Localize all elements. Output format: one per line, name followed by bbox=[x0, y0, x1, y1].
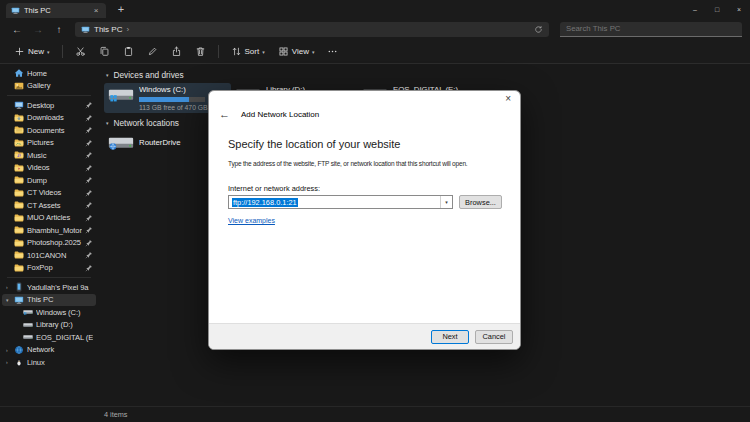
breadcrumb[interactable]: This PC bbox=[94, 25, 122, 34]
pin-icon bbox=[85, 264, 93, 272]
paste-button[interactable] bbox=[119, 44, 138, 59]
window-controls: – □ × bbox=[684, 0, 750, 18]
view-button-label: View bbox=[292, 47, 309, 56]
sidebar-item-icon bbox=[14, 357, 24, 367]
sidebar-item-label: Desktop bbox=[27, 101, 82, 110]
tab-this-pc[interactable]: This PC × bbox=[6, 3, 106, 18]
sidebar-item-bhambhu-motorsport[interactable]: Bhambhu_Motorsport bbox=[2, 224, 96, 237]
tab-close-icon[interactable]: × bbox=[91, 6, 101, 15]
sidebar-item-101canon[interactable]: 101CANON bbox=[2, 249, 96, 262]
new-button[interactable]: New ▾ bbox=[10, 44, 54, 59]
sidebar-item-linux[interactable]: › Linux bbox=[2, 356, 96, 369]
sidebar-item-pictures[interactable]: Pictures bbox=[2, 137, 96, 150]
back-button[interactable]: ← bbox=[8, 24, 26, 35]
sidebar-item-icon bbox=[14, 163, 24, 173]
minimize-button[interactable]: – bbox=[684, 0, 706, 18]
search-box[interactable] bbox=[560, 22, 742, 37]
sidebar-item-muo-articles[interactable]: MUO Articles bbox=[2, 212, 96, 225]
sidebar-item-label: Dump bbox=[27, 176, 82, 185]
sidebar-item-icon bbox=[14, 125, 24, 135]
network-drive-icon bbox=[108, 133, 134, 152]
sidebar-item-pixel-9a[interactable]: › Yadullah's Pixel 9a bbox=[2, 281, 96, 294]
share-button[interactable] bbox=[167, 44, 186, 59]
browse-button[interactable]: Browse... bbox=[459, 195, 502, 209]
sidebar-item-eos-digital-e[interactable]: EOS_DIGITAL (E:) bbox=[2, 331, 96, 344]
sidebar-item-label: MUO Articles bbox=[27, 213, 82, 222]
search-input[interactable] bbox=[566, 24, 736, 33]
pin-icon bbox=[85, 164, 93, 172]
sidebar-item-label: Bhambhu_Motorsport bbox=[27, 226, 82, 235]
address-input[interactable]: ftp://192.168.0.1:21 ▾ bbox=[228, 195, 453, 209]
sidebar-item-windows-c[interactable]: Windows (C:) bbox=[2, 306, 96, 319]
rename-button[interactable] bbox=[143, 44, 162, 59]
cut-button[interactable] bbox=[71, 44, 90, 59]
capacity-bar bbox=[139, 97, 205, 102]
pin-icon bbox=[85, 214, 93, 222]
sidebar-item-library-d[interactable]: Library (D:) bbox=[2, 319, 96, 332]
sidebar-item-music[interactable]: Music bbox=[2, 149, 96, 162]
more-icon bbox=[327, 46, 338, 57]
cancel-button[interactable]: Cancel bbox=[475, 330, 513, 344]
sidebar-item-videos[interactable]: Videos bbox=[2, 162, 96, 175]
sidebar-item-downloads[interactable]: Downloads bbox=[2, 112, 96, 125]
sidebar-item-icon bbox=[14, 238, 24, 248]
next-button[interactable]: Next bbox=[431, 330, 469, 344]
sidebar-item-icon bbox=[14, 100, 24, 110]
sidebar-item-ct-assets[interactable]: CT Assets bbox=[2, 199, 96, 212]
sidebar-item-label: EOS_DIGITAL (E:) bbox=[36, 333, 93, 342]
sidebar-item-label: Windows (C:) bbox=[36, 308, 93, 317]
sidebar-item-icon bbox=[14, 81, 24, 91]
sidebar-item-icon bbox=[14, 295, 24, 305]
divider bbox=[218, 45, 219, 58]
sidebar-item-desktop[interactable]: Desktop bbox=[2, 99, 96, 112]
devices-group-header[interactable]: ▾ Devices and drives bbox=[104, 68, 750, 82]
sidebar-item-label: CT Videos bbox=[27, 188, 82, 197]
breadcrumb-chevron-icon[interactable]: › bbox=[126, 25, 129, 34]
sidebar-item-icon bbox=[14, 188, 24, 198]
forward-button[interactable]: → bbox=[29, 24, 47, 35]
dialog-title: Add Network Location bbox=[241, 110, 319, 119]
combo-dropdown-icon[interactable]: ▾ bbox=[440, 196, 452, 208]
sort-button[interactable]: Sort ▾ bbox=[227, 44, 269, 59]
sidebar-item-foxpop[interactable]: FoxPop bbox=[2, 262, 96, 275]
new-tab-button[interactable]: + bbox=[114, 3, 128, 15]
pin-icon bbox=[85, 226, 93, 234]
sidebar-item-documents[interactable]: Documents bbox=[2, 124, 96, 137]
sidebar-item-icon bbox=[14, 263, 24, 273]
capacity-bar-fill bbox=[139, 97, 189, 102]
sidebar-item-icon bbox=[14, 225, 24, 235]
view-button[interactable]: View ▾ bbox=[274, 44, 319, 59]
command-icon bbox=[75, 46, 86, 57]
sidebar-item-ct-videos[interactable]: CT Videos bbox=[2, 187, 96, 200]
sidebar-item-gallery[interactable]: Gallery bbox=[2, 80, 96, 93]
collapse-chevron-icon[interactable]: ▾ bbox=[106, 72, 109, 78]
copy-button[interactable] bbox=[95, 44, 114, 59]
more-options-button[interactable] bbox=[323, 44, 342, 59]
refresh-icon[interactable] bbox=[534, 25, 543, 34]
chevron-down-icon: ▾ bbox=[312, 49, 315, 55]
up-button[interactable]: ↑ bbox=[50, 24, 68, 35]
view-examples-link[interactable]: View examples bbox=[228, 217, 275, 224]
sidebar-item-this-pc[interactable]: ▾ This PC bbox=[2, 294, 96, 307]
sidebar-item-label: Library (D:) bbox=[36, 320, 93, 329]
delete-button[interactable] bbox=[191, 44, 210, 59]
address-bar[interactable]: This PC › bbox=[75, 22, 549, 37]
dialog-back-button[interactable]: ← bbox=[219, 108, 230, 120]
pin-icon bbox=[85, 251, 93, 259]
sidebar-item-icon bbox=[14, 150, 24, 160]
dialog-close-icon[interactable]: × bbox=[505, 93, 511, 104]
sidebar-item-dump[interactable]: Dump bbox=[2, 174, 96, 187]
sidebar-item-label: FoxPop bbox=[27, 263, 82, 272]
collapse-chevron-icon[interactable]: ▾ bbox=[106, 120, 109, 126]
sidebar-item-network[interactable]: › Network bbox=[2, 344, 96, 357]
sidebar-item-label: CT Assets bbox=[27, 201, 82, 210]
sidebar-item-icon bbox=[14, 68, 24, 78]
sidebar-item-home[interactable]: Home bbox=[2, 67, 96, 80]
sidebar-item-label: Photoshop.2025 bbox=[27, 238, 82, 247]
maximize-button[interactable]: □ bbox=[706, 0, 728, 18]
window-close-button[interactable]: × bbox=[728, 0, 750, 18]
new-button-label: New bbox=[28, 47, 44, 56]
sidebar-item-photoshop-2025[interactable]: Photoshop.2025 bbox=[2, 237, 96, 250]
chevron-icon: › bbox=[6, 284, 11, 290]
sidebar-item-label: 101CANON bbox=[27, 251, 82, 260]
